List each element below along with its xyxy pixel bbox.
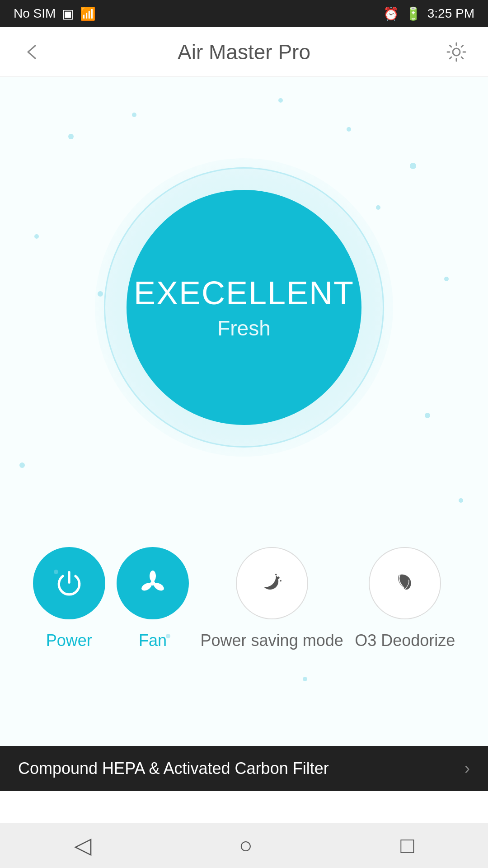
back-button[interactable]: [18, 38, 45, 66]
fan-label: Fan: [139, 630, 167, 651]
time-text: 3:25 PM: [427, 6, 474, 21]
moon-icon: [256, 567, 288, 599]
filter-arrow-icon: ›: [465, 759, 470, 778]
page-title: Air Master Pro: [178, 40, 310, 64]
fan-control: Fan: [117, 547, 189, 651]
app-header: Air Master Pro: [0, 27, 488, 77]
nav-back-button[interactable]: ◁: [74, 832, 91, 859]
leaf-icon: [389, 567, 421, 599]
svg-point-0: [453, 48, 460, 56]
svg-point-2: [150, 571, 156, 582]
o3-deodorize-label: O3 Deodorize: [355, 630, 455, 651]
nav-home-button[interactable]: ○: [239, 832, 253, 859]
settings-button[interactable]: [443, 38, 470, 66]
svg-point-5: [277, 576, 279, 579]
power-saving-button[interactable]: [236, 547, 308, 619]
svg-point-6: [280, 580, 282, 582]
power-saving-label: Power saving mode: [201, 630, 343, 651]
sim-icon: ▣: [62, 6, 74, 21]
fan-icon: [137, 567, 169, 599]
alarm-icon: ⏰: [383, 6, 399, 21]
o3-deodorize-button[interactable]: [369, 547, 441, 619]
quality-status-text: EXECELLENT: [134, 274, 354, 311]
outer-glow: EXECELLENT Fresh: [95, 158, 393, 457]
nav-bar: ◁ ○ □: [0, 823, 488, 868]
nav-recents-button[interactable]: □: [400, 832, 414, 859]
controls-section: Power Fan: [0, 520, 488, 670]
status-bar: No SIM ▣ 📶 ⏰ 🔋 3:25 PM: [0, 0, 488, 27]
back-icon: [23, 43, 41, 61]
status-left: No SIM ▣ 📶: [14, 6, 96, 21]
power-button[interactable]: [33, 547, 105, 619]
gear-icon: [445, 41, 468, 63]
fan-button[interactable]: [117, 547, 189, 619]
power-saving-control: Power saving mode: [201, 547, 343, 651]
power-label: Power: [46, 630, 92, 651]
power-control: Power: [33, 547, 105, 651]
power-icon: [53, 567, 85, 599]
main-status-circle[interactable]: EXECELLENT Fresh: [127, 190, 361, 425]
filter-bar[interactable]: Compound HEPA & Activated Carbon Filter …: [0, 746, 488, 791]
battery-icon: 🔋: [405, 6, 421, 21]
air-quality-display: EXECELLENT Fresh: [0, 104, 488, 511]
wifi-icon: 📶: [80, 6, 96, 21]
carrier-text: No SIM: [14, 6, 56, 21]
quality-sub-text: Fresh: [217, 316, 271, 340]
status-right: ⏰ 🔋 3:25 PM: [383, 6, 474, 21]
svg-point-7: [275, 574, 277, 576]
main-content: EXECELLENT Fresh Power: [0, 77, 488, 791]
filter-text: Compound HEPA & Activated Carbon Filter: [18, 759, 329, 778]
outer-ring: EXECELLENT Fresh: [104, 167, 384, 448]
o3-deodorize-control: O3 Deodorize: [355, 547, 455, 651]
